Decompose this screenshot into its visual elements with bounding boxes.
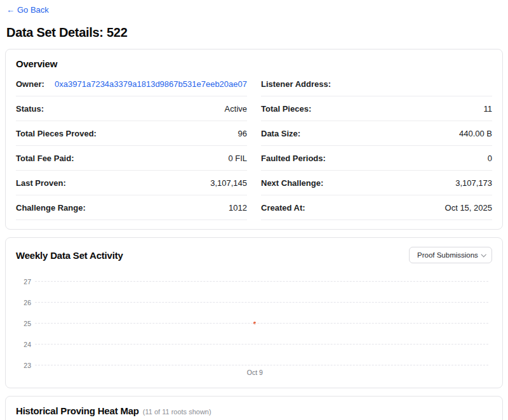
overview-row-challenge-range: Challenge Range: 1012 bbox=[16, 195, 247, 220]
back-arrow-icon: ← bbox=[6, 5, 15, 15]
go-back-label: Go Back bbox=[17, 5, 49, 15]
status-value: Active bbox=[225, 104, 247, 114]
heatmap-title: Historical Proving Heat Map bbox=[16, 405, 139, 416]
page-title: Data Set Details: 522 bbox=[6, 25, 503, 40]
owner-label: Owner: bbox=[16, 79, 44, 89]
overview-card: Overview Owner: 0xa3971a7234a3379a1813d9… bbox=[5, 49, 503, 230]
last-proven-label: Last Proven: bbox=[16, 178, 66, 188]
overview-row-data-size: Data Size: 440.00 B bbox=[261, 121, 492, 146]
created-at-value: Oct 15, 2025 bbox=[445, 203, 492, 213]
y-tick-label: 24 bbox=[15, 341, 31, 348]
activity-plot: 2726252423 bbox=[35, 281, 488, 365]
y-tick-label: 26 bbox=[15, 299, 31, 306]
total-pieces-label: Total Pieces: bbox=[261, 104, 311, 114]
activity-card: Weekly Data Set Activity Proof Submissio… bbox=[5, 237, 503, 388]
created-at-label: Created At: bbox=[261, 203, 305, 213]
y-tick-label: 25 bbox=[15, 320, 31, 327]
gridline: 27 bbox=[35, 281, 488, 282]
heatmap-subtitle: (11 of 11 roots shown) bbox=[143, 408, 211, 416]
owner-address-link[interactable]: 0xa3971a7234a3379a1813d9867b531e7eeb20ae… bbox=[55, 79, 247, 89]
total-fee-paid-label: Total Fee Paid: bbox=[16, 154, 74, 163]
total-pieces-proved-value: 96 bbox=[238, 129, 247, 138]
overview-row-status: Status: Active bbox=[16, 96, 247, 121]
heatmap-header: Historical Proving Heat Map (11 of 11 ro… bbox=[16, 405, 492, 416]
go-back-link[interactable]: ← Go Back bbox=[6, 5, 49, 15]
faulted-periods-value: 0 bbox=[488, 154, 492, 163]
overview-grid: Owner: 0xa3971a7234a3379a1813d9867b531e7… bbox=[16, 72, 492, 220]
overview-row-total-pieces-proved: Total Pieces Proved: 96 bbox=[16, 121, 247, 146]
overview-row-last-proven: Last Proven: 3,107,145 bbox=[16, 171, 247, 195]
x-tick-label: Oct 9 bbox=[247, 369, 263, 376]
activity-x-axis: Oct 9 bbox=[35, 369, 488, 377]
gridline: 23 bbox=[35, 365, 488, 365]
y-tick-label: 23 bbox=[15, 362, 31, 369]
overview-right-column: Listener Address: Total Pieces: 11 Data … bbox=[261, 72, 492, 220]
faulted-periods-label: Faulted Periods: bbox=[261, 154, 326, 163]
data-size-label: Data Size: bbox=[261, 129, 300, 138]
challenge-range-label: Challenge Range: bbox=[16, 203, 86, 213]
overview-row-next-challenge: Next Challenge: 3,107,173 bbox=[261, 171, 492, 195]
overview-title: Overview bbox=[16, 58, 492, 69]
overview-row-owner: Owner: 0xa3971a7234a3379a1813d9867b531e7… bbox=[16, 72, 247, 96]
overview-row-total-pieces: Total Pieces: 11 bbox=[261, 96, 492, 121]
total-fee-paid-value: 0 FIL bbox=[228, 154, 247, 163]
gridline: 26 bbox=[35, 302, 488, 303]
gridline: 24 bbox=[35, 344, 488, 345]
next-challenge-value: 3,107,173 bbox=[455, 178, 492, 188]
overview-row-total-fee-paid: Total Fee Paid: 0 FIL bbox=[16, 146, 247, 171]
overview-row-created-at: Created At: Oct 15, 2025 bbox=[261, 195, 492, 220]
listener-address-label: Listener Address: bbox=[261, 79, 331, 89]
activity-header: Weekly Data Set Activity Proof Submissio… bbox=[16, 247, 492, 263]
overview-left-column: Owner: 0xa3971a7234a3379a1813d9867b531e7… bbox=[16, 72, 247, 220]
chevron-down-icon bbox=[481, 252, 486, 257]
total-pieces-value: 11 bbox=[484, 104, 493, 114]
overview-row-listener-address: Listener Address: bbox=[261, 72, 492, 96]
metric-select[interactable]: Proof Submissions bbox=[409, 247, 492, 263]
data-size-value: 440.00 B bbox=[459, 129, 492, 138]
next-challenge-label: Next Challenge: bbox=[261, 178, 323, 188]
challenge-range-value: 1012 bbox=[229, 203, 247, 213]
y-tick-label: 27 bbox=[15, 278, 31, 285]
metric-select-value: Proof Submissions bbox=[417, 251, 478, 259]
total-pieces-proved-label: Total Pieces Proved: bbox=[16, 129, 97, 138]
overview-row-faulted-periods: Faulted Periods: 0 bbox=[261, 146, 492, 171]
last-proven-value: 3,107,145 bbox=[210, 178, 247, 188]
status-label: Status: bbox=[16, 104, 44, 114]
activity-title: Weekly Data Set Activity bbox=[16, 250, 123, 261]
gridline: 25 bbox=[35, 323, 488, 324]
heatmap-card: Historical Proving Heat Map (11 of 11 ro… bbox=[5, 396, 503, 420]
